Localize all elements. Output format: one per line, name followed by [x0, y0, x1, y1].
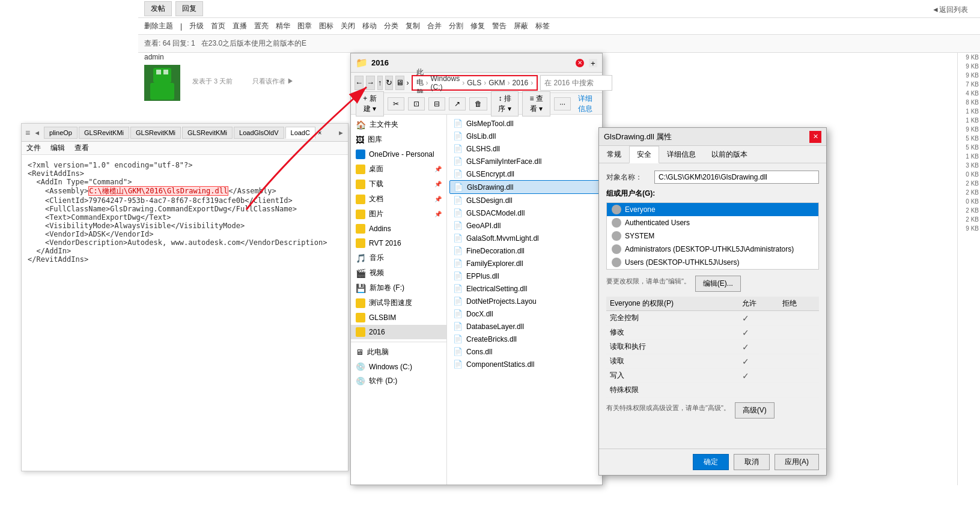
- sidebar-rvt2016[interactable]: RVT 2016: [351, 236, 446, 250]
- file-geoapi[interactable]: 📄 GeoAPI.dll: [449, 219, 600, 232]
- file-glsdac[interactable]: 📄 GLSDACModel.dll: [449, 207, 600, 219]
- tab-general[interactable]: 常规: [599, 146, 629, 163]
- tab-glsrevit2[interactable]: GLSRevitKMi: [130, 127, 181, 139]
- sidebar-addins[interactable]: Addins: [351, 222, 446, 236]
- file-glsdesign[interactable]: 📄 GLSDesign.dll: [449, 194, 600, 207]
- menu-edit[interactable]: 编辑: [50, 143, 65, 153]
- search-input[interactable]: [540, 75, 612, 91]
- nav-home[interactable]: 首页: [211, 21, 225, 31]
- cancel-button[interactable]: 取消: [734, 454, 770, 470]
- nav-featured[interactable]: 精华: [276, 21, 290, 31]
- sidebar-home[interactable]: 🏠 主文件夹: [351, 117, 446, 132]
- sidebar-downloads[interactable]: 下载 📌: [351, 177, 446, 192]
- nav-tag[interactable]: 标签: [535, 21, 550, 31]
- file-cons[interactable]: 📄 Cons.dll: [449, 345, 600, 358]
- nav-classify[interactable]: 分类: [384, 21, 398, 31]
- delete-button[interactable]: 🗑: [469, 97, 487, 110]
- nav-icon[interactable]: 图标: [319, 21, 333, 31]
- address-bar[interactable]: 此电脑 › Windows (C:) › GLS › GKM › 2016 ›: [412, 75, 538, 91]
- file-glslib[interactable]: 📄 GlsLib.dll: [449, 130, 600, 142]
- menu-view[interactable]: 查看: [75, 143, 89, 153]
- file-glsencrypt[interactable]: 📄 GLSEncrypt.dll: [449, 168, 600, 180]
- file-familyexplorer[interactable]: 📄 FamilyExplorer.dll: [449, 257, 600, 270]
- tab-glsrevit3[interactable]: GLSRevitKMi: [182, 127, 233, 139]
- file-componentstatics[interactable]: 📄 ComponentStatics.dll: [449, 358, 600, 370]
- nav-live[interactable]: 直播: [233, 21, 247, 31]
- copy-button[interactable]: ⊡: [408, 97, 425, 110]
- nav-stamp[interactable]: 图章: [297, 21, 312, 31]
- tab-plineop[interactable]: plineOp: [44, 127, 78, 139]
- sidebar-glsbim[interactable]: GLSBIM: [351, 310, 446, 325]
- advanced-button[interactable]: 高级(V): [735, 402, 775, 419]
- paste-button[interactable]: ⊟: [428, 97, 445, 110]
- sidebar-drive-f[interactable]: 💾 新加卷 (F:): [351, 280, 446, 295]
- menu-file[interactable]: 文件: [26, 143, 41, 153]
- nav-warn[interactable]: 警告: [492, 21, 507, 31]
- tab-details[interactable]: 详细信息: [659, 146, 704, 163]
- nav-refresh-button[interactable]: ↻: [385, 76, 393, 90]
- nav-split[interactable]: 分割: [449, 21, 463, 31]
- sidebar-software-d[interactable]: 💿 软件 (D:): [351, 373, 446, 388]
- nav-monitor-button[interactable]: 🖥: [395, 76, 404, 90]
- file-glsfamily[interactable]: 📄 GLSFamilyInterFace.dll: [449, 155, 600, 168]
- user-system[interactable]: SYSTEM: [607, 229, 818, 243]
- nav-block[interactable]: 屏蔽: [514, 21, 528, 31]
- tab-close[interactable]: ×: [318, 129, 321, 136]
- post-button[interactable]: 发帖: [144, 1, 172, 16]
- file-epplus[interactable]: 📄 EPPlus.dll: [449, 270, 600, 282]
- nav-up-button[interactable]: ↑: [377, 76, 383, 90]
- sidebar-music[interactable]: 🎵 音乐: [351, 250, 446, 265]
- nav-merge[interactable]: 合并: [427, 21, 442, 31]
- apply-button[interactable]: 应用(A): [775, 454, 819, 470]
- file-createbricks[interactable]: 📄 CreateBricks.dll: [449, 333, 600, 345]
- sidebar-desktop[interactable]: 桌面 📌: [351, 162, 446, 177]
- sidebar-testmap[interactable]: 测试导图速度: [351, 295, 446, 310]
- sidebar-docs[interactable]: 文档 📌: [351, 192, 446, 207]
- sort-button[interactable]: ↕ 排序 ▾: [491, 91, 519, 116]
- sidebar-windows-c[interactable]: 💿 Windows (C:): [351, 360, 446, 373]
- more-button[interactable]: ···: [554, 97, 571, 110]
- file-glsdrawing[interactable]: 📄 GlsDrawing.dll: [449, 180, 600, 194]
- nav-forward-button[interactable]: →: [366, 76, 375, 90]
- user-administrators[interactable]: Administrators (DESKTOP-UTHKL5J\Administ…: [607, 243, 818, 256]
- detail-info-link[interactable]: 详细信息: [578, 94, 597, 114]
- sidebar-thispc[interactable]: 🖥 此电脑: [351, 345, 446, 360]
- tab-glsrevit1[interactable]: GLSRevitKMi: [79, 127, 129, 139]
- sidebar-2016[interactable]: 2016: [351, 325, 446, 339]
- sidebar-video[interactable]: 🎬 视频: [351, 265, 446, 280]
- cut-button[interactable]: ✂: [388, 97, 404, 110]
- share-button[interactable]: ↗: [449, 97, 466, 110]
- editor-nav-left[interactable]: ◄: [34, 129, 40, 136]
- file-glsmeptool[interactable]: 📄 GlsMepTool.dll: [449, 117, 600, 130]
- new-button[interactable]: + 新建 ▾: [356, 91, 384, 116]
- editor-nav-right[interactable]: ►: [338, 129, 344, 136]
- nav-close[interactable]: 关闭: [341, 21, 355, 31]
- explorer-close-button[interactable]: ✕: [576, 59, 584, 67]
- props-close-button[interactable]: ✕: [809, 131, 821, 143]
- user-users[interactable]: Users (DESKTOP-UTHKL5J\Users): [607, 256, 818, 269]
- file-dotnetprojects[interactable]: 📄 DotNetProjects.Layou: [449, 295, 600, 307]
- tab-previous[interactable]: 以前的版本: [704, 146, 755, 163]
- file-glshs[interactable]: 📄 GLSHS.dll: [449, 142, 600, 155]
- file-finedecoration[interactable]: 📄 FineDecoration.dll: [449, 244, 600, 257]
- return-link[interactable]: ◄返回列表: [932, 5, 968, 15]
- reply-button[interactable]: 回复: [175, 1, 203, 16]
- file-docx[interactable]: 📄 DocX.dll: [449, 307, 600, 320]
- nav-back-button[interactable]: ←: [355, 76, 364, 90]
- file-galasoft[interactable]: 📄 GalaSoft.MvvmLight.dl: [449, 232, 600, 244]
- file-electrical[interactable]: 📄 ElectricalSetting.dll: [449, 282, 600, 295]
- tab-security[interactable]: 安全: [629, 146, 659, 163]
- sidebar-onedrive[interactable]: OneDrive - Personal: [351, 147, 446, 162]
- nav-copy[interactable]: 复制: [406, 21, 420, 31]
- explorer-add-tab-button[interactable]: +: [589, 59, 597, 67]
- nav-delete[interactable]: 删除主题: [144, 21, 173, 31]
- edit-button[interactable]: 编辑(E)...: [695, 276, 741, 292]
- nav-highlight[interactable]: 置亮: [254, 21, 269, 31]
- nav-upgrade[interactable]: 升级: [189, 21, 204, 31]
- author-only[interactable]: 只看该作者 ▶: [252, 77, 294, 86]
- ok-button[interactable]: 确定: [693, 454, 729, 470]
- nav-repair[interactable]: 修复: [470, 21, 485, 31]
- tab-loadgls[interactable]: LoadGlsOldV: [234, 127, 284, 139]
- user-everyone[interactable]: Everyone: [607, 203, 818, 216]
- nav-move[interactable]: 移动: [362, 21, 377, 31]
